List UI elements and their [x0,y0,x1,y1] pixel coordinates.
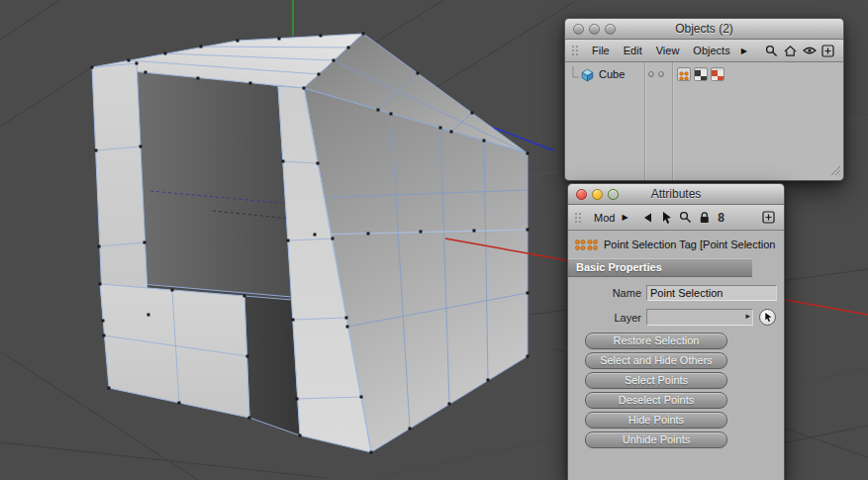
objects-titlebar[interactable]: Objects (2) [565,19,843,40]
add-panel-icon[interactable] [819,42,837,59]
point-selection-tag-icon [574,239,598,251]
tree-guide [569,66,579,82]
object-tags[interactable] [677,67,724,81]
attributes-toolbar: Mod ▶ 8 [568,205,784,231]
dropdown-arrow-icon: ▸ [745,311,750,321]
point-selection-tag-icon[interactable] [677,67,691,81]
object-name: Cube [599,68,625,80]
zoom-button[interactable] [608,189,619,200]
grip-icon[interactable] [571,45,581,56]
attributes-body: Point Selection Tag [Point Selection Bas… [568,231,784,480]
interior-door-opening [244,296,300,435]
cube-object-icon [580,67,595,82]
unhide-points-button[interactable]: Unhide Points [585,432,727,448]
objects-menubar: File Edit View Objects ▶ [565,40,843,62]
layer-pick-button[interactable] [759,309,776,326]
name-label: Name [574,287,646,299]
section-basic-properties[interactable]: Basic Properties [568,258,752,277]
editor-visibility-dot[interactable] [648,71,654,77]
restore-selection-button[interactable]: Restore Selection [585,333,727,349]
search-icon[interactable] [676,209,695,227]
render-visibility-dot[interactable] [658,71,664,77]
zoom-button[interactable] [605,24,616,35]
close-button[interactable] [576,189,587,200]
minimize-button[interactable] [592,189,603,200]
menu-file[interactable]: File [585,45,617,56]
objects-list[interactable]: Cube [565,62,843,181]
resize-grip[interactable] [828,161,840,179]
layer-dropdown[interactable]: ▸ [646,309,753,326]
menu-overflow-arrow[interactable]: ▶ [737,47,751,55]
deselect-points-button[interactable]: Deselect Points [585,392,727,409]
menu-view[interactable]: View [649,45,687,56]
attributes-panel-window: Attributes Mod ▶ 8 [567,183,785,480]
menu-objects[interactable]: Objects [686,45,736,56]
minimize-button[interactable] [589,24,600,35]
cube-mesh[interactable] [91,33,530,454]
grip-icon[interactable] [574,212,584,224]
mode-arrow-icon: ▶ [618,213,631,222]
objects-panel-window: Objects (2) File Edit View Objects ▶ [564,18,844,181]
layer-field-row: Layer ▸ [568,309,784,326]
pick-cursor-icon [763,312,773,323]
attributes-titlebar[interactable]: Attributes [568,184,784,205]
snapshot-icon[interactable]: 8 [714,209,729,227]
tag-title: Point Selection Tag [Point Selection [604,239,775,250]
close-button[interactable] [573,24,584,35]
eye-icon[interactable] [800,42,819,59]
mode-menu[interactable]: Mod ▶ [588,212,638,224]
column-divider [672,62,674,181]
search-icon[interactable] [762,42,781,59]
home-icon[interactable] [781,42,800,59]
lock-icon[interactable] [695,209,714,227]
interior-upper-opening [134,61,292,297]
hide-points-button[interactable]: Hide Points [585,412,727,429]
uvw-tag-icon[interactable] [694,67,708,81]
history-back-icon[interactable] [638,209,657,227]
texture-tag-icon[interactable] [711,67,724,81]
visibility-toggles[interactable] [648,71,664,77]
object-row-cube[interactable]: Cube [569,65,625,83]
layer-label: Layer [574,312,646,324]
tag-header-row[interactable]: Point Selection Tag [Point Selection [568,231,784,258]
select-and-hide-others-button[interactable]: Select and Hide Others [585,352,727,369]
select-points-button[interactable]: Select Points [585,372,727,389]
application-window: Objects (2) File Edit View Objects ▶ [0,0,868,480]
mode-label: Mod [594,212,615,224]
column-divider [644,62,646,181]
cursor-icon[interactable] [657,209,676,227]
menu-edit[interactable]: Edit [617,45,649,56]
name-input[interactable] [646,285,777,301]
add-panel-icon[interactable] [759,209,778,227]
front-lower-block [100,284,249,418]
name-field-row: Name [568,285,784,301]
